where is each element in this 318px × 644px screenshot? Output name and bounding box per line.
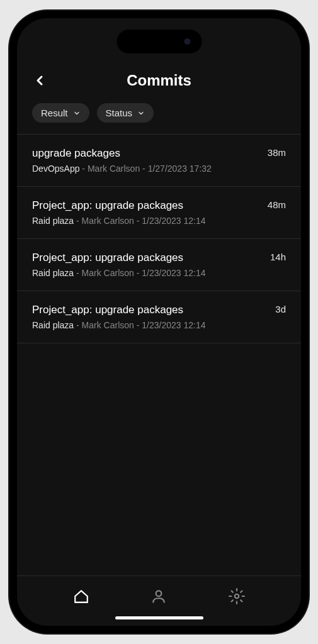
commit-timestamp: 1/23/2023 12:14 xyxy=(142,268,205,278)
commit-author: Mark Carlson xyxy=(82,216,134,226)
filter-label: Result xyxy=(41,108,68,118)
commit-age: 48m xyxy=(268,199,286,210)
commit-content: Project_app: upgrade packages Raid plaza… xyxy=(32,199,258,226)
commit-timestamp: 1/27/2023 17:32 xyxy=(148,164,212,174)
chevron-down-icon xyxy=(73,109,81,117)
commit-project: Raid plaza xyxy=(32,268,74,278)
commit-project: Raid plaza xyxy=(32,320,74,330)
chevron-down-icon xyxy=(137,109,145,117)
commit-content: upgrade packages DevOpsApp - Mark Carlso… xyxy=(32,147,258,174)
commit-timestamp: 1/23/2023 12:14 xyxy=(142,320,205,330)
commit-item[interactable]: upgrade packages DevOpsApp - Mark Carlso… xyxy=(17,135,301,187)
commit-title: Project_app: upgrade packages xyxy=(32,199,258,212)
commit-item[interactable]: Project_app: upgrade packages Raid plaza… xyxy=(17,291,301,343)
commit-list[interactable]: upgrade packages DevOpsApp - Mark Carlso… xyxy=(17,135,301,575)
commit-content: Project_app: upgrade packages Raid plaza… xyxy=(32,304,265,330)
commit-age: 3d xyxy=(275,304,286,314)
commit-separator: - xyxy=(79,164,87,174)
filter-status[interactable]: Status xyxy=(97,103,154,123)
commit-content: Project_app: upgrade packages Raid plaza… xyxy=(32,252,260,278)
commit-separator: - xyxy=(134,320,142,330)
nav-settings[interactable] xyxy=(228,587,246,605)
commit-separator: - xyxy=(74,268,81,278)
commit-age: 14h xyxy=(270,252,286,262)
user-icon xyxy=(150,588,167,604)
filter-result[interactable]: Result xyxy=(32,103,89,123)
nav-profile[interactable] xyxy=(150,587,168,605)
commit-project: Raid plaza xyxy=(32,216,74,226)
commit-meta: Raid plaza - Mark Carlson - 1/23/2023 12… xyxy=(32,320,265,330)
commit-age: 38m xyxy=(268,147,286,158)
commit-title: Project_app: upgrade packages xyxy=(32,304,265,316)
dynamic-island xyxy=(116,30,202,53)
phone-frame: Commits Result Status upgrade packages xyxy=(9,11,309,633)
commit-meta: DevOpsApp - Mark Carlson - 1/27/2023 17:… xyxy=(32,164,258,174)
commit-title: Project_app: upgrade packages xyxy=(32,252,260,264)
back-button[interactable] xyxy=(32,73,47,88)
commit-timestamp: 1/23/2023 12:14 xyxy=(142,216,205,226)
commit-separator: - xyxy=(134,268,142,278)
nav-home[interactable] xyxy=(72,587,90,605)
filter-label: Status xyxy=(106,108,133,118)
commit-separator: - xyxy=(74,320,81,330)
commit-meta: Raid plaza - Mark Carlson - 1/23/2023 12… xyxy=(32,268,260,278)
commit-author: Mark Carlson xyxy=(82,268,134,278)
commit-meta: Raid plaza - Mark Carlson - 1/23/2023 12… xyxy=(32,216,258,226)
phone-screen: Commits Result Status upgrade packages xyxy=(17,18,301,626)
chevron-left-icon xyxy=(32,72,47,89)
commit-separator: - xyxy=(134,216,142,226)
commit-separator: - xyxy=(74,216,81,226)
page-title: Commits xyxy=(17,72,301,89)
commit-project: DevOpsApp xyxy=(32,164,79,174)
filter-bar: Result Status xyxy=(17,96,301,135)
commit-author: Mark Carlson xyxy=(82,320,134,330)
commit-author: Mark Carlson xyxy=(88,164,140,174)
home-indicator[interactable] xyxy=(115,616,203,619)
commit-title: upgrade packages xyxy=(32,147,258,160)
svg-point-2 xyxy=(235,594,239,599)
bottom-nav xyxy=(17,575,301,611)
home-icon xyxy=(73,588,89,604)
commit-item[interactable]: Project_app: upgrade packages Raid plaza… xyxy=(17,239,301,291)
svg-point-1 xyxy=(156,591,162,596)
commit-separator: - xyxy=(140,164,147,174)
commit-item[interactable]: Project_app: upgrade packages Raid plaza… xyxy=(17,187,301,239)
gear-icon xyxy=(229,588,245,604)
